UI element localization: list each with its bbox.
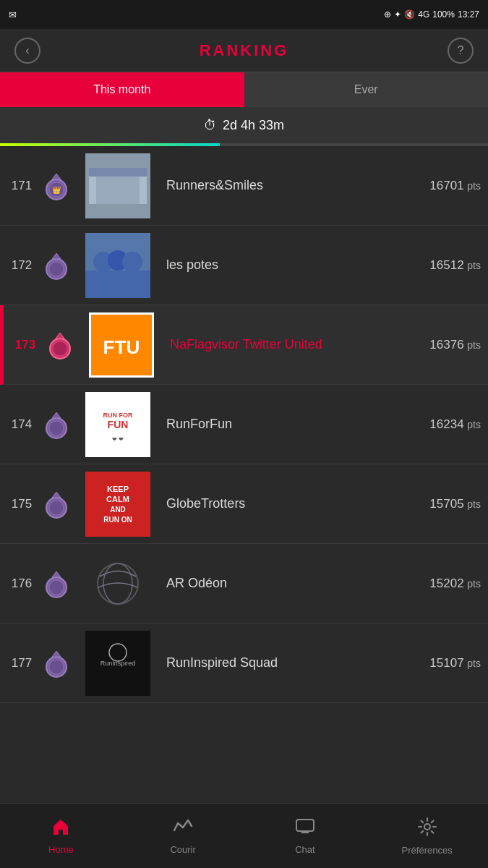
rank-number: 172 [7, 258, 36, 273]
time-label: 13:27 [458, 9, 479, 20]
team-name: RunForFun [159, 417, 429, 432]
tab-this-month[interactable]: This month [0, 72, 244, 107]
rankings-list: 171 👑 Ru [0, 146, 488, 803]
svg-text:CALM: CALM [106, 495, 129, 503]
bluetooth-icon: ✦ [394, 9, 401, 20]
rank-number: 176 [7, 576, 36, 591]
main-content: ⏱ 2d 4h 33m 171 👑 [0, 107, 488, 803]
location-icon: ⊕ [384, 9, 391, 20]
svg-rect-41 [296, 820, 314, 831]
nav-item-home[interactable]: Home [0, 804, 122, 868]
rank-number: 177 [7, 656, 36, 671]
team-name: RunInspired Squad [159, 655, 429, 671]
rank-number: 173 [11, 338, 40, 352]
svg-text:FUN: FUN [108, 419, 129, 430]
pts-label: pts [467, 180, 481, 192]
svg-point-37 [49, 660, 64, 674]
table-row[interactable]: 173 FTU NaFlagvisor Twitter United 16376 [0, 305, 488, 385]
medal-icon [40, 647, 72, 679]
signal-icon: 4G [418, 9, 429, 20]
svg-text:AND: AND [110, 506, 126, 514]
team-name: Runners&Smiles [159, 178, 429, 193]
mute-icon: 🔇 [404, 9, 415, 20]
table-row[interactable]: 175 KEEP CALM AND RUN ON [0, 464, 488, 544]
back-button[interactable]: ‹ [14, 38, 40, 64]
team-name: NaFlagvisor Twitter United [163, 337, 429, 352]
home-label: Home [48, 844, 74, 855]
svg-text:❤ ❤: ❤ ❤ [112, 436, 124, 443]
svg-point-8 [49, 262, 64, 276]
svg-point-19 [49, 421, 64, 435]
preferences-label: Préférences [402, 845, 453, 856]
team-score: 16512 pts [429, 258, 481, 273]
rank-number: 175 [7, 497, 36, 511]
svg-point-15 [53, 341, 67, 356]
header: ‹ RANKING ? [0, 29, 488, 72]
status-bar: ✉ ⊕ ✦ 🔇 4G 100% 13:27 [0, 0, 488, 29]
team-name: les potes [159, 258, 429, 273]
team-logo: KEEP CALM AND RUN ON [85, 472, 150, 537]
svg-rect-6 [96, 176, 140, 204]
preferences-icon [417, 817, 437, 842]
medal-icon [40, 568, 72, 600]
help-icon: ? [458, 44, 464, 57]
courir-icon [173, 817, 193, 841]
table-row[interactable]: 177 RunInspired RunInspired Squad [0, 624, 488, 703]
timer-value: 2d 4h 33m [223, 118, 284, 133]
rank-number: 171 [7, 179, 36, 193]
mail-icon: ✉ [9, 9, 17, 20]
svg-rect-5 [89, 168, 147, 176]
help-button[interactable]: ? [448, 38, 474, 64]
page-title: RANKING [200, 41, 289, 60]
table-row[interactable]: 171 👑 Ru [0, 146, 488, 226]
home-icon [51, 817, 71, 841]
svg-text:KEEP: KEEP [107, 485, 129, 493]
medal-icon [40, 409, 72, 441]
team-name: AR Odéon [159, 576, 429, 591]
team-score: 15202 pts [429, 576, 481, 591]
chat-icon [295, 817, 315, 841]
svg-rect-33 [85, 551, 150, 616]
pts-label: pts [467, 260, 481, 271]
pts-label: pts [467, 339, 481, 351]
timer-icon: ⏱ [204, 118, 217, 133]
tab-ever[interactable]: Ever [244, 72, 489, 107]
nav-item-courir[interactable]: Courir [122, 804, 244, 868]
svg-text:FTU: FTU [103, 336, 140, 358]
team-logo: FTU [89, 312, 154, 378]
svg-rect-26 [85, 472, 150, 537]
team-score: 16376 pts [429, 338, 481, 352]
nav-item-preferences[interactable]: Préférences [366, 804, 488, 868]
courir-label: Courir [170, 844, 195, 855]
medal-icon [40, 488, 72, 520]
bottom-nav: Home Courir Chat [0, 803, 488, 868]
battery-label: 100% [432, 9, 455, 20]
team-logo [85, 153, 150, 218]
table-row[interactable]: 176 AR O [0, 544, 488, 624]
svg-text:RUN ON: RUN ON [103, 516, 132, 524]
table-row[interactable]: 172 les [0, 226, 488, 305]
rank-number: 174 [7, 417, 36, 432]
team-score: 15705 pts [429, 497, 481, 511]
nav-item-chat[interactable]: Chat [244, 804, 367, 868]
team-logo: RunInspired [85, 631, 150, 696]
svg-text:RUN FOR: RUN FOR [103, 412, 133, 419]
svg-point-25 [49, 501, 64, 515]
medal-icon [40, 250, 72, 281]
team-logo [85, 551, 150, 616]
team-logo: RUN FOR FUN ❤ ❤ [85, 392, 150, 457]
pts-label: pts [467, 578, 481, 590]
timer-row: ⏱ 2d 4h 33m [0, 107, 488, 143]
team-score: 16701 pts [429, 179, 481, 193]
svg-point-32 [49, 580, 64, 595]
status-right: ⊕ ✦ 🔇 4G 100% 13:27 [384, 9, 479, 20]
team-logo [85, 233, 150, 298]
pts-label: pts [467, 419, 481, 430]
table-row[interactable]: 174 RUN FOR FUN ❤ ❤ RunF [0, 385, 488, 464]
status-left: ✉ [9, 9, 17, 20]
team-score: 16234 pts [429, 417, 481, 432]
svg-rect-13 [85, 271, 150, 298]
svg-point-12 [122, 252, 142, 272]
chat-label: Chat [295, 844, 314, 855]
pts-label: pts [467, 658, 481, 669]
